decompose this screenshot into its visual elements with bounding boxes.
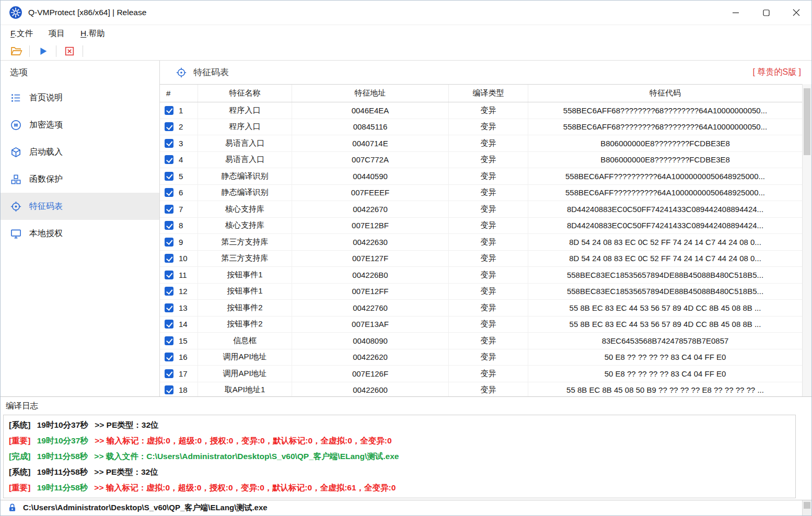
menu-help[interactable]: H.帮助 [73, 26, 113, 41]
run-button[interactable] [33, 44, 52, 58]
panel-header: 特征码表 [ 尊贵的S版 ] [160, 61, 811, 84]
compile-type: 变异 [449, 218, 528, 234]
feature-name: 取API地址1 [198, 382, 292, 397]
table-row[interactable]: 13 按钮事件2 00422760 变异 55 8B EC 83 EC 44 5… [160, 300, 802, 316]
table-row[interactable]: 6 静态编译识别 007FEEEF 变异 558BEC6AFF?????????… [160, 185, 802, 202]
compile-type: 变异 [449, 201, 528, 217]
close-button[interactable] [781, 1, 811, 25]
row-checkbox[interactable] [165, 106, 173, 115]
compile-type: 变异 [449, 135, 528, 151]
sidebar-item-label: 启动载入 [29, 147, 63, 158]
toolbar-separator [29, 45, 30, 57]
row-checkbox[interactable] [165, 221, 173, 230]
feature-name: 第三方支持库 [198, 234, 292, 250]
table-row[interactable]: 8 核心支持库 007E12BF 变异 8D44240883EC0C50FF74… [160, 218, 802, 234]
feature-name: 静态编译识别 [198, 185, 292, 201]
row-number: 3 [179, 139, 183, 148]
row-checkbox[interactable] [165, 287, 173, 296]
row-checkbox[interactable] [165, 320, 173, 329]
open-file-button[interactable] [7, 44, 26, 58]
row-number: 9 [179, 238, 183, 247]
main-panel: 特征码表 [ 尊贵的S版 ] # 特征名称 特征地址 编译类型 特征代码 [160, 61, 811, 396]
table-row[interactable]: 9 第三方支持库 00422630 变异 8D 54 24 08 83 EC 0… [160, 234, 802, 251]
compile-type: 变异 [449, 152, 528, 168]
feature-code: 50 E8 ?? ?? ?? ?? 83 C4 04 FF E0 [528, 366, 802, 382]
status-file-path: C:\Users\Administrator\Desktop\S_v60\QP_… [23, 503, 268, 513]
col-header-index: # [160, 85, 198, 102]
maximize-button[interactable] [751, 1, 781, 25]
table-row[interactable]: 14 按钮事件2 007E13AF 变异 55 8B EC 83 EC 44 5… [160, 316, 802, 333]
row-checkbox[interactable] [165, 385, 173, 394]
table-row[interactable]: 12 按钮事件1 007E12FF 变异 558BEC83EC185356578… [160, 284, 802, 300]
row-checkbox[interactable] [165, 188, 173, 197]
feature-code: 55 8B EC 8B 45 08 50 B9 ?? ?? ?? ?? E8 ?… [528, 382, 802, 397]
row-checkbox[interactable] [165, 353, 173, 361]
row-checkbox[interactable] [165, 369, 173, 378]
row-checkbox[interactable] [165, 139, 173, 148]
row-checkbox[interactable] [165, 205, 173, 214]
lock-icon [7, 503, 17, 513]
table-row[interactable]: 1 程序入口 0046E4EA 变异 558BEC6AFF68????????6… [160, 102, 802, 119]
feature-address: 007E127F [292, 251, 449, 267]
folder-open-icon [10, 45, 22, 57]
sidebar-item-home-notes[interactable]: 首页说明 [1, 84, 159, 111]
compile-type: 变异 [449, 234, 528, 250]
row-number: 8 [179, 221, 183, 230]
scrollbar-thumb[interactable] [804, 88, 810, 155]
compile-type: 变异 [449, 267, 528, 283]
feature-name: 易语言入口 [198, 135, 292, 151]
compile-log[interactable]: [系统] 19时10分37秒 >> PE类型：32位 [重要] 19时10分37… [3, 415, 796, 498]
feature-name: 按钮事件2 [198, 300, 292, 316]
sidebar-item-encrypt-options[interactable]: 加密选项 [1, 111, 159, 138]
sidebar-item-label: 特征码表 [29, 201, 63, 212]
row-number: 14 [179, 320, 188, 329]
table-row[interactable]: 18 取API地址1 00422600 变异 55 8B EC 8B 45 08… [160, 382, 802, 397]
feature-code: 55 8B EC 83 EC 44 53 56 57 89 4D CC 8B 4… [528, 316, 802, 333]
row-checkbox[interactable] [165, 155, 173, 164]
stop-close-button[interactable] [60, 44, 79, 58]
table-row[interactable]: 5 静态编译识别 00440590 变异 558BEC6AFF?????????… [160, 168, 802, 185]
blocks-icon [10, 173, 22, 185]
table-row[interactable]: 2 程序入口 00845116 变异 558BEC6AFF68????????6… [160, 119, 802, 136]
sidebar-item-signature-table[interactable]: 特征码表 [1, 193, 159, 220]
row-checkbox[interactable] [165, 303, 173, 312]
monitor-icon [10, 228, 22, 240]
feature-code: 83EC6453568B742478578B7E0857 [528, 333, 802, 349]
corner-scrollbar[interactable] [802, 500, 811, 515]
corner-scrollbar-thumb[interactable] [804, 502, 810, 509]
table-row[interactable]: 15 信息框 00408090 变异 83EC6453568B742478578… [160, 333, 802, 349]
table-row[interactable]: 4 易语言入口 007C772A 变异 B806000000E8????????… [160, 152, 802, 169]
menu-project[interactable]: 项目 [41, 26, 73, 41]
log-message: >> 输入标记：虚拟:0，超级:0，授权:0，变异:0，默认标记:0，全虚拟:6… [94, 483, 396, 492]
table-row[interactable]: 11 按钮事件1 004226B0 变异 558BEC83EC185356578… [160, 267, 802, 284]
feature-table: # 特征名称 特征地址 编译类型 特征代码 1 程序入口 [160, 84, 802, 396]
log-time: 19时11分58秒 [37, 452, 88, 461]
hash-circle-icon [10, 119, 22, 131]
row-checkbox[interactable] [165, 336, 173, 345]
row-checkbox[interactable] [165, 271, 173, 279]
log-severity: [系统] [9, 420, 30, 429]
minimize-button[interactable] [721, 1, 751, 25]
sidebar-item-local-license[interactable]: 本地授权 [1, 220, 159, 247]
table-row[interactable]: 16 调用API地址 00422620 变异 50 E8 ?? ?? ?? ??… [160, 349, 802, 366]
close-icon [793, 9, 800, 16]
table-row[interactable]: 7 核心支持库 00422670 变异 8D44240883EC0C50FF74… [160, 201, 802, 218]
row-checkbox[interactable] [165, 238, 173, 247]
sidebar-item-label: 加密选项 [29, 120, 63, 131]
sidebar-item-function-protect[interactable]: 函数保护 [1, 166, 159, 193]
row-checkbox[interactable] [165, 254, 173, 263]
sidebar-item-startup-load[interactable]: 启动载入 [1, 138, 159, 166]
table-row[interactable]: 17 调用API地址 007E126F 变异 50 E8 ?? ?? ?? ??… [160, 366, 802, 382]
log-message: >> 输入标记：虚拟:0，超级:0，授权:0，变异:0，默认标记:0，全虚拟:0… [95, 436, 391, 445]
feature-code: 55 8B EC 83 EC 44 53 56 57 89 4D CC 8B 4… [528, 300, 802, 316]
feature-name: 静态编译识别 [198, 168, 292, 184]
table-row[interactable]: 10 第三方支持库 007E127F 变异 8D 54 24 08 83 EC … [160, 251, 802, 267]
log-line: [重要] 19时10分37秒 >> 输入标记：虚拟:0，超级:0，授权:0，变异… [9, 433, 790, 449]
table-scrollbar[interactable] [802, 84, 811, 396]
table-row[interactable]: 3 易语言入口 0040714E 变异 B806000000E8????????… [160, 135, 802, 152]
feature-code: 8D 54 24 08 83 EC 0C 52 FF 74 24 14 C7 4… [528, 251, 802, 267]
menu-file[interactable]: F.文件 [3, 26, 41, 41]
row-checkbox[interactable] [165, 122, 173, 131]
row-checkbox[interactable] [165, 172, 173, 181]
feature-name: 程序入口 [198, 102, 292, 119]
